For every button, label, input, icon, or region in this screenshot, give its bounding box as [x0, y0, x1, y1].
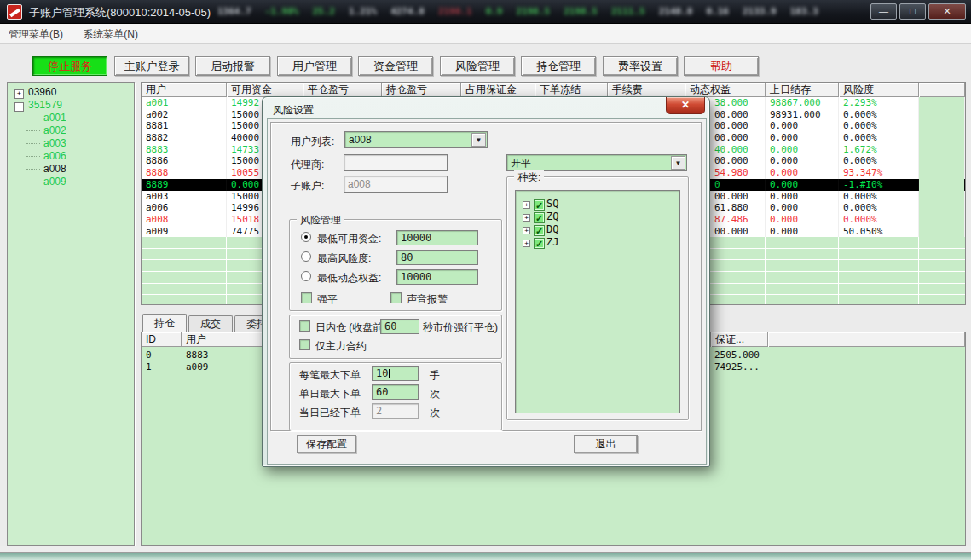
order-row-unit: 次	[430, 406, 440, 420]
radio-1[interactable]	[301, 232, 311, 242]
close-button[interactable]: ✕	[928, 3, 966, 20]
tab-持仓[interactable]: 持仓	[142, 314, 187, 332]
bottom-column-header-用户[interactable]: 用户	[182, 332, 265, 347]
main-contract-checkbox[interactable]	[299, 339, 310, 350]
checkbox-checked-icon[interactable]: ✓	[534, 199, 545, 211]
tree-item-a006[interactable]: a006	[8, 150, 134, 163]
row-trailing-cell	[919, 179, 965, 191]
ticker-value: 1.21%	[349, 6, 377, 17]
tree-item-a001[interactable]: a001	[8, 112, 134, 124]
minimize-button[interactable]: —	[870, 3, 897, 20]
checkbox-checked-icon[interactable]: ✓	[534, 212, 545, 223]
column-header-持仓盈亏[interactable]: 持仓盈亏	[382, 83, 461, 97]
column-header-可用资金[interactable]: 可用资金	[227, 83, 303, 97]
toolbar-button-8[interactable]: 费率设置	[603, 56, 678, 76]
status-gap	[0, 546, 971, 553]
column-header-平仓盈亏[interactable]: 平仓盈亏	[303, 83, 382, 97]
column-header-下单冻结[interactable]: 下单冻结	[535, 83, 608, 97]
ticker-value: -1.98%	[265, 6, 299, 17]
radio-value-input[interactable]: 80	[396, 250, 478, 265]
expander-icon[interactable]: +	[523, 214, 530, 222]
row-trailing-cell	[919, 191, 965, 203]
column-header-用户[interactable]: 用户	[142, 83, 227, 97]
intraday-seconds-input[interactable]: 60	[380, 319, 419, 334]
bottom-column-header-保证...[interactable]: 保证...	[711, 332, 768, 347]
bottom-column-header-blank[interactable]	[768, 332, 965, 347]
expander-icon[interactable]: +	[523, 227, 530, 234]
chevron-down-icon[interactable]: ▼	[471, 133, 486, 147]
column-header-占用保证金[interactable]: 占用保证金	[461, 83, 535, 97]
cell: 0.000	[766, 214, 839, 226]
save-config-button[interactable]: 保存配置	[297, 435, 356, 453]
category-item-DQ[interactable]: +✓DQ	[523, 223, 679, 236]
category-item-ZQ[interactable]: +✓ZQ	[523, 211, 679, 223]
expander-icon[interactable]: +	[523, 240, 530, 247]
subaccount-field[interactable]: a008	[344, 176, 448, 193]
ticker-value: 183.3	[790, 6, 818, 17]
cell: 8883	[142, 144, 227, 156]
toolbar-button-6[interactable]: 风险管理	[440, 56, 515, 76]
row-trailing-cell	[919, 167, 965, 179]
dialog-close-button[interactable]: ✕	[666, 97, 705, 114]
maximize-button[interactable]: □	[899, 3, 926, 20]
radio-2[interactable]	[301, 251, 311, 262]
checkbox-checked-icon[interactable]: ✓	[534, 238, 545, 249]
toolbar-button-5[interactable]: 资金管理	[358, 56, 433, 76]
cell: 1.672%	[839, 144, 919, 156]
tree-item-label: a006	[43, 150, 66, 162]
expander-icon[interactable]: +	[14, 89, 24, 99]
tree-item-label: a002	[43, 124, 66, 136]
menu-system[interactable]: 系统菜单(N)	[74, 24, 147, 42]
expander-icon[interactable]: -	[14, 102, 24, 112]
openclose-value: 开平	[511, 157, 531, 169]
user-list-combobox[interactable]: a008 ▼	[344, 131, 488, 148]
column-header-blank[interactable]	[919, 83, 965, 97]
order-row-input[interactable]: 60	[372, 384, 419, 400]
row-trailing-cell	[919, 97, 965, 109]
toolbar-button-4[interactable]: 用户管理	[277, 56, 352, 76]
column-header-手续费[interactable]: 手续费	[608, 83, 685, 97]
tree-item-a008[interactable]: a008	[8, 163, 134, 176]
tree-item-351579[interactable]: -351579	[8, 99, 134, 112]
column-header-上日结存[interactable]: 上日结存	[766, 83, 839, 97]
toolbar-button-3[interactable]: 启动报警	[195, 56, 270, 76]
tab-成交[interactable]: 成交	[188, 315, 233, 332]
order-row-label: 每笔最大下单	[299, 368, 361, 383]
column-header-风险度[interactable]: 风险度	[839, 83, 919, 97]
order-row-label: 当日已经下单	[299, 406, 361, 420]
tree-item-a003[interactable]: a003	[8, 137, 134, 150]
force-close-checkbox[interactable]	[301, 292, 312, 303]
radio-3[interactable]	[301, 271, 311, 281]
menu-management[interactable]: 管理菜单(B)	[0, 24, 72, 42]
category-item-label: ZJ	[546, 236, 558, 248]
tree-item-a009[interactable]: a009	[8, 176, 134, 188]
checkbox-checked-icon[interactable]: ✓	[534, 225, 545, 236]
toolbar-button-1[interactable]: 停止服务	[32, 56, 107, 76]
category-group-label: 种类:	[514, 170, 544, 185]
toolbar-button-9[interactable]: 帮助	[684, 56, 759, 76]
subaccount-label: 子账户:	[291, 179, 324, 193]
radio-value-input[interactable]: 10000	[396, 269, 478, 285]
tree-item-03960[interactable]: +03960	[8, 86, 134, 99]
category-item-SQ[interactable]: +✓SQ	[523, 198, 679, 211]
account-tree: +03960-351579a001a002a003a006a008a009	[7, 82, 135, 546]
chevron-down-icon[interactable]: ▼	[671, 156, 685, 170]
cell: 0.000	[766, 155, 839, 167]
column-header-动态权益[interactable]: 动态权益	[685, 83, 766, 97]
radio-value-input[interactable]: 10000	[396, 230, 478, 245]
cell: 0.000%	[839, 202, 919, 214]
category-item-ZJ[interactable]: +✓ZJ	[523, 236, 679, 249]
cell: 8883	[186, 349, 209, 361]
order-row-unit: 次	[430, 387, 440, 401]
intraday-checkbox[interactable]	[299, 320, 310, 332]
expander-icon[interactable]: +	[523, 201, 530, 209]
agent-field[interactable]	[344, 154, 448, 171]
order-row-input[interactable]: 10	[372, 366, 419, 381]
sound-alarm-checkbox[interactable]	[390, 292, 402, 303]
toolbar-button-7[interactable]: 持仓管理	[521, 56, 596, 76]
tree-item-a002[interactable]: a002	[8, 124, 134, 137]
bottom-column-header-ID[interactable]: ID	[142, 332, 182, 347]
toolbar-button-2[interactable]: 主账户登录	[114, 56, 189, 76]
openclose-combobox[interactable]: 开平 ▼	[506, 154, 687, 171]
exit-button[interactable]: 退出	[574, 435, 638, 453]
